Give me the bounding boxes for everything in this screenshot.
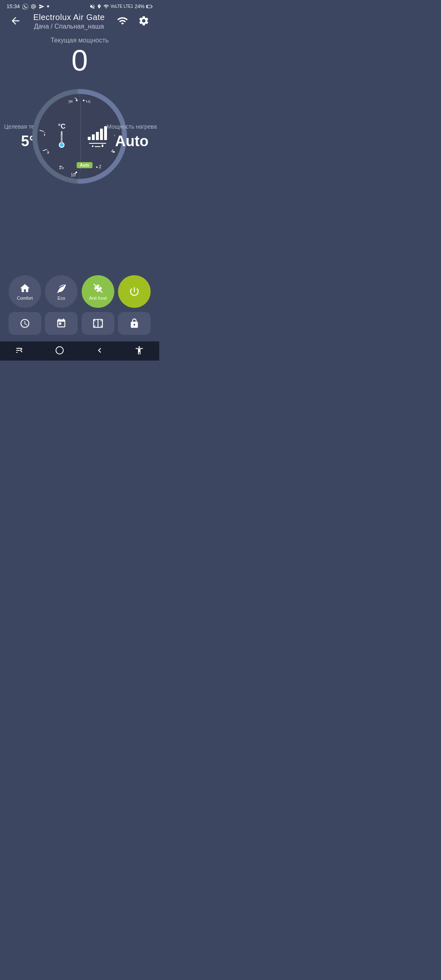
timer-button[interactable] [9, 312, 41, 335]
lock-button[interactable] [118, 312, 151, 335]
svg-point-39 [60, 143, 64, 147]
schedule-button[interactable] [45, 312, 78, 335]
send-icon [39, 4, 45, 9]
svg-point-7 [76, 100, 78, 101]
window-button[interactable] [82, 312, 114, 335]
svg-point-24 [83, 100, 85, 101]
power-label: Текущая мощность [0, 37, 159, 44]
bar-chart [88, 126, 107, 140]
snowflake-icon [92, 283, 104, 294]
at-icon [31, 4, 36, 9]
header-center: Electrolux Air Gate Дача / Спальная_наша [23, 13, 115, 30]
svg-rect-2 [151, 6, 152, 7]
nav-menu-button[interactable] [15, 345, 25, 356]
calendar-icon [56, 318, 67, 329]
bar-1 [88, 137, 91, 140]
auto-badge: Auto [77, 161, 93, 168]
bar-base-line [89, 143, 106, 144]
middle-spacer [0, 194, 159, 275]
action-row: Comfort Eco Anti frost [0, 275, 159, 308]
antifrost-button[interactable]: Anti frost [82, 275, 114, 308]
bar-4 [100, 129, 103, 140]
comfort-label: Comfort [17, 296, 33, 301]
svg-point-22 [76, 172, 77, 173]
app-title: Electrolux Air Gate [23, 13, 115, 22]
celsius-symbol: °C [58, 123, 65, 130]
header: Electrolux Air Gate Дача / Спальная_наша [0, 11, 159, 33]
mute-icon [89, 4, 95, 9]
nav-bar [0, 341, 159, 361]
bar-slider-dots [92, 145, 103, 147]
nav-accessibility-button[interactable] [134, 345, 144, 356]
home-heart-icon [19, 283, 31, 294]
gear-icon [138, 15, 149, 27]
chevron-left-icon [95, 345, 105, 355]
location-icon [97, 4, 102, 9]
eco-button[interactable]: Eco [45, 275, 78, 308]
bar-3 [96, 132, 99, 140]
nav-home-button[interactable] [55, 345, 65, 356]
wifi-header-button[interactable] [115, 13, 130, 29]
svg-point-30 [113, 151, 115, 153]
wifi-icon [103, 4, 109, 9]
device-location: Дача / Спальная_наша [23, 23, 115, 30]
status-time: 15:34 [7, 3, 20, 9]
status-bar-right: VoLTE LTE1 24% [89, 4, 153, 9]
dial-section: Целевая температура 5°С 35 30 [0, 79, 159, 194]
comfort-button[interactable]: Comfort [9, 275, 41, 308]
tool-row [0, 312, 159, 341]
settings-button[interactable] [136, 13, 151, 29]
eco-label: Eco [58, 296, 65, 301]
wifi-header-icon [117, 15, 128, 27]
bar-2 [92, 134, 95, 140]
lock-icon [129, 318, 140, 329]
lte-indicator: VoLTE LTE1 [111, 4, 133, 9]
circle-icon [55, 345, 65, 355]
thermometer-icon [56, 130, 68, 150]
leaf-icon [56, 283, 67, 294]
power-button[interactable] [118, 275, 151, 308]
hamburger-icon [15, 345, 25, 355]
accessibility-icon [134, 345, 144, 355]
header-icons [115, 13, 151, 29]
status-bar: 15:34 • VoLTE LTE1 24% [0, 0, 159, 11]
power-icon [129, 286, 140, 297]
back-icon [10, 15, 21, 27]
nav-back-button[interactable] [95, 345, 105, 356]
battery-icon [146, 4, 153, 9]
back-button[interactable] [8, 13, 23, 29]
antifrost-label: Anti frost [89, 296, 107, 301]
window-icon [93, 318, 103, 329]
svg-rect-1 [147, 5, 148, 7]
status-bar-left: 15:34 • [7, 3, 49, 9]
heat-power-value: Auto [107, 133, 157, 150]
power-value: 0 [0, 46, 159, 75]
battery-percent: 24% [135, 4, 145, 9]
heat-power-label: Мощность нагрева [107, 123, 157, 130]
svg-text:10: 10 [71, 172, 76, 177]
svg-point-43 [56, 347, 63, 354]
heat-power-container: Мощность нагрева Auto [107, 123, 157, 150]
whatsapp-icon [22, 4, 28, 9]
clock-icon [20, 318, 30, 329]
